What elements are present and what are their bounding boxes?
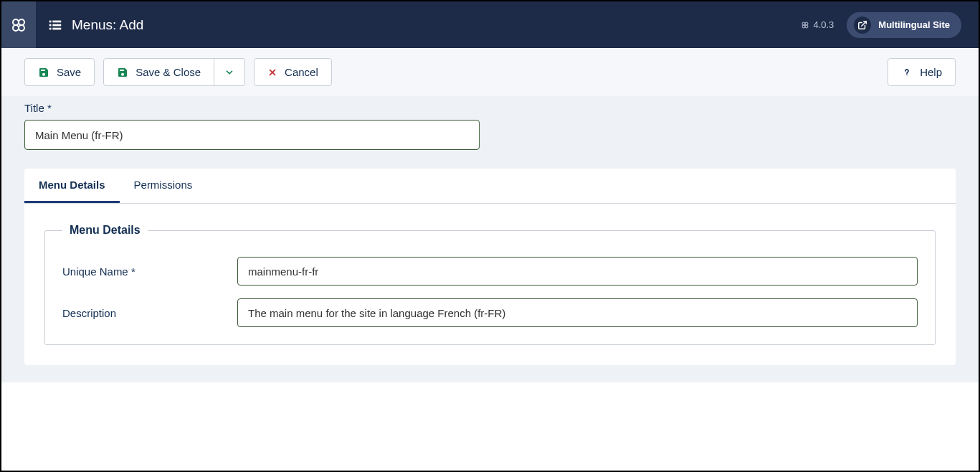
tab-permissions[interactable]: Permissions: [120, 169, 207, 203]
save-dropdown-button[interactable]: [214, 58, 245, 86]
tab-menu-details[interactable]: Menu Details: [24, 169, 120, 203]
topbar: Menus: Add 4.0.3 Multilingual Site: [1, 1, 979, 48]
svg-point-11: [805, 22, 808, 25]
help-label: Help: [920, 66, 942, 78]
content-area: Title * Menu Details Permissions Menu De…: [1, 96, 979, 382]
form-row-unique-name: Unique Name *: [62, 257, 918, 285]
svg-rect-4: [49, 20, 52, 22]
cancel-button[interactable]: Cancel: [254, 58, 332, 86]
save-close-group: Save & Close: [103, 58, 245, 86]
svg-rect-9: [52, 27, 61, 29]
save-close-button[interactable]: Save & Close: [103, 58, 214, 86]
version-text: 4.0.3: [813, 19, 834, 30]
site-link-label: Multilingual Site: [878, 19, 950, 30]
svg-rect-7: [52, 24, 61, 26]
title-label: Title *: [24, 102, 956, 114]
menu-details-fieldset: Menu Details Unique Name * Description: [44, 224, 936, 345]
svg-point-3: [19, 25, 24, 31]
svg-point-10: [802, 22, 805, 25]
external-link-icon: [854, 16, 871, 34]
save-button[interactable]: Save: [24, 58, 95, 86]
tabs: Menu Details Permissions: [24, 169, 956, 204]
svg-point-1: [19, 19, 24, 25]
save-icon: [38, 67, 49, 78]
unique-name-label: Unique Name *: [62, 265, 237, 278]
svg-rect-5: [52, 20, 61, 22]
fieldset-legend: Menu Details: [62, 224, 148, 237]
svg-rect-8: [49, 27, 52, 29]
help-icon: [901, 67, 913, 78]
svg-point-13: [805, 25, 808, 28]
close-icon: [267, 67, 277, 77]
svg-rect-6: [49, 24, 52, 26]
page-title: Menus: Add: [72, 17, 143, 33]
chevron-down-icon: [224, 67, 234, 77]
description-label: Description: [62, 307, 237, 319]
svg-point-0: [13, 19, 19, 25]
svg-line-14: [862, 21, 866, 25]
unique-name-input[interactable]: [237, 257, 918, 285]
form-row-description: Description: [62, 298, 918, 327]
site-link-button[interactable]: Multilingual Site: [847, 12, 961, 38]
joomla-logo[interactable]: [1, 1, 36, 48]
description-input[interactable]: [237, 298, 918, 327]
save-label: Save: [57, 66, 81, 78]
save-close-label: Save & Close: [135, 66, 201, 78]
help-button[interactable]: Help: [888, 58, 956, 86]
save-icon: [117, 67, 128, 78]
tab-panel: Menu Details Unique Name * Description: [24, 204, 956, 365]
title-input[interactable]: [24, 120, 480, 150]
svg-point-12: [802, 25, 805, 28]
list-icon: [47, 17, 63, 33]
cancel-label: Cancel: [285, 66, 318, 78]
svg-point-2: [13, 25, 19, 31]
version-label: 4.0.3: [801, 19, 834, 30]
toolbar: Save Save & Close Cancel Help: [1, 48, 979, 96]
